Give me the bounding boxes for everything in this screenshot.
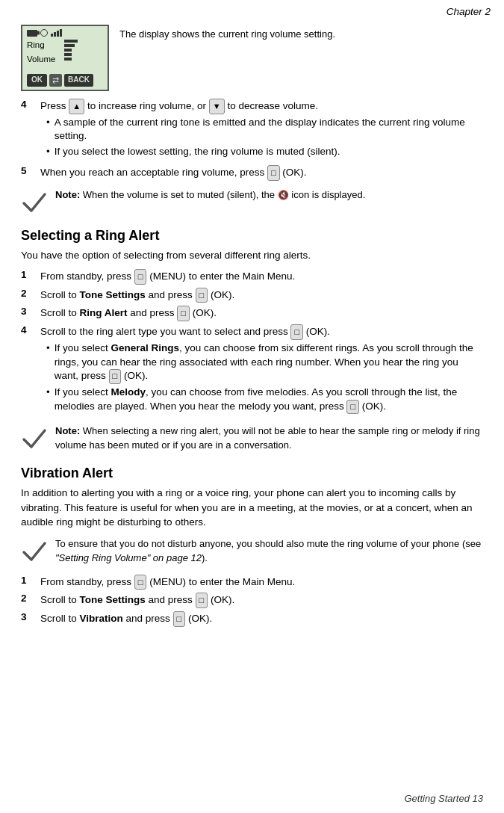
down-arrow-btn: ▼: [209, 99, 225, 114]
note-ring-alert-text: Note: When selecting a new ring alert, y…: [55, 424, 483, 453]
vib-step-1-content: From standby, press □ (MENU) to enter th…: [40, 575, 483, 590]
ring-alert-step-4: 4 Scroll to the ring alert type you want…: [21, 324, 483, 417]
ring-label: Ring: [27, 40, 55, 51]
step-5-num: 5: [21, 165, 34, 181]
vib-step-2-num: 2: [21, 593, 34, 608]
display-note: The display shows the current ring volum…: [119, 25, 335, 41]
phone-status-bar: [27, 29, 103, 37]
vib-ok-btn: □: [196, 593, 208, 608]
note-muted-box: Note: When the volume is set to muted (s…: [21, 188, 483, 215]
step-5-text: When you reach an acceptable ring volume…: [40, 167, 267, 178]
ring-alert-step-3: 3 Scroll to Ring Alert and press □ (OK).: [21, 306, 483, 321]
ring-alert-step-1: 1 From standby, press □ (MENU) to enter …: [21, 269, 483, 285]
vibration-step-1: 1 From standby, press □ (MENU) to enter …: [21, 575, 483, 590]
chapter-label: Chapter 2: [447, 6, 491, 17]
step-4-text: Press: [40, 100, 69, 111]
ring-alert-heading: Selecting a Ring Alert: [21, 227, 483, 244]
up-arrow-btn: ▲: [69, 99, 84, 114]
vibration-intro: In addition to alerting you with a ring …: [21, 486, 483, 530]
phone-display-box: Ring Volume OK ⇄ BACK: [21, 25, 109, 91]
step-2-num: 2: [21, 288, 34, 303]
step-2-content: Scroll to Tone Settings and press □ (OK)…: [40, 288, 483, 303]
signal-bars-icon: [51, 29, 62, 37]
checkmark-icon: [21, 188, 48, 215]
ring-alert-step-2: 2 Scroll to Tone Settings and press □ (O…: [21, 288, 483, 303]
bullet-general-rings: If you select General Rings, you can cho…: [40, 341, 483, 384]
step-4-mid: to increase ring volume, or: [87, 100, 209, 111]
phone-display-row: Ring Volume OK ⇄ BACK: [21, 25, 483, 91]
step-5-ring-volume: 5 When you reach an acceptable ring volu…: [21, 165, 483, 181]
note-muted-text: Note: When the volume is set to muted (s…: [55, 188, 483, 203]
step-4-bullets: A sample of the current ring tone is emi…: [40, 116, 483, 160]
main-content: Ring Volume OK ⇄ BACK: [0, 20, 504, 645]
step-3-num: 3: [21, 306, 34, 321]
vib-step-2-content: Scroll to Tone Settings and press □ (OK)…: [40, 593, 483, 608]
ok-btn-inline5: □: [346, 400, 359, 414]
ok-btn-inline4: □: [109, 369, 122, 383]
vibration-tip-text: To ensure that you do not disturb anyone…: [55, 537, 483, 566]
note-label2: Note:: [55, 425, 80, 436]
vib-step-3-num: 3: [21, 611, 34, 627]
phone-label-volume-row: Ring Volume: [27, 40, 103, 68]
step-5-content: When you reach an acceptable ring volume…: [40, 165, 483, 181]
circle-icon: [40, 29, 48, 37]
ok-btn-inline2: □: [177, 306, 190, 321]
phone-bottom-buttons: OK ⇄ BACK: [27, 74, 103, 87]
step-5-end: (OK).: [282, 167, 306, 178]
mute-icon-inline: 🔇: [278, 190, 289, 200]
note-muted-content: When the volume is set to muted (silent)…: [83, 189, 278, 200]
note-muted-end: icon is displayed.: [291, 189, 365, 200]
volume-label: Volume: [27, 54, 55, 65]
page-footer: Getting Started 13: [0, 793, 504, 804]
vib-menu-btn: □: [134, 575, 147, 590]
step-4-ra-content: Scroll to the ring alert type you want t…: [40, 324, 483, 417]
vibration-tip-box: To ensure that you do not disturb anyone…: [21, 537, 483, 566]
bullet-item: A sample of the current ring tone is emi…: [40, 116, 483, 144]
vib-step-1-num: 1: [21, 575, 34, 590]
bullet-item: If you select the lowest setting, the ri…: [40, 145, 483, 159]
ok-btn-inline: □: [196, 288, 208, 303]
ring-alert-bullets: If you select General Rings, you can cho…: [40, 341, 483, 414]
phone-arrow-btn: ⇄: [49, 74, 62, 87]
note-ring-alert-content: When selecting a new ring alert, you wil…: [55, 425, 480, 451]
ok-inline-btn: □: [267, 165, 280, 181]
vib-ok-btn2: □: [173, 611, 186, 627]
vibration-heading: Vibration Alert: [21, 465, 483, 482]
phone-back-btn: BACK: [64, 74, 93, 87]
volume-bars: [64, 40, 78, 61]
step-4-num: 4: [21, 99, 34, 162]
note-ring-alert-box: Note: When selecting a new ring alert, y…: [21, 424, 483, 453]
ok-btn-inline3: □: [290, 324, 303, 340]
page-header: Chapter 2: [0, 0, 504, 20]
checkmark-icon3: [21, 537, 48, 564]
step-3-content: Scroll to Ring Alert and press □ (OK).: [40, 306, 483, 321]
battery-icon: [27, 30, 37, 37]
step-4-end: to decrease volume.: [227, 100, 318, 111]
menu-btn-inline: □: [134, 269, 147, 285]
step-1-num: 1: [21, 269, 34, 285]
vib-step-3-content: Scroll to Vibration and press □ (OK).: [40, 611, 483, 627]
phone-ok-btn: OK: [27, 74, 47, 87]
step-4-ring-volume: 4 Press ▲ to increase ring volume, or ▼ …: [21, 99, 483, 162]
checkmark-icon2: [21, 424, 48, 451]
ring-alert-intro: You have the option of selecting from se…: [21, 248, 483, 263]
vibration-step-3: 3 Scroll to Vibration and press □ (OK).: [21, 611, 483, 627]
note-label: Note:: [55, 189, 80, 200]
step-4-content: Press ▲ to increase ring volume, or ▼ to…: [40, 99, 483, 162]
step-4-ra-num: 4: [21, 324, 34, 417]
footer-right: Getting Started 13: [404, 793, 483, 804]
step-1-content: From standby, press □ (MENU) to enter th…: [40, 269, 483, 285]
vibration-step-2: 2 Scroll to Tone Settings and press □ (O…: [21, 593, 483, 608]
bullet-melody: If you select Melody, you can choose fro…: [40, 386, 483, 414]
